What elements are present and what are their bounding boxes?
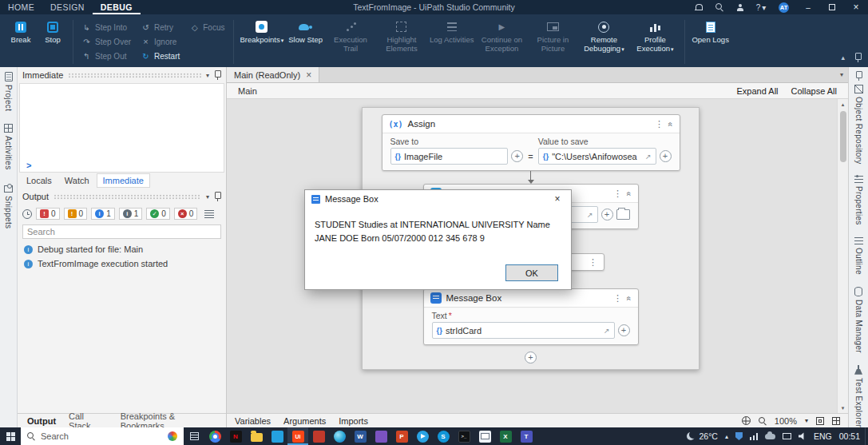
close-button[interactable]	[844, 0, 868, 14]
taskbar-app-powerpoint[interactable]	[391, 427, 412, 445]
break-button[interactable]: Break	[5, 18, 37, 46]
immediate-console[interactable]: >	[19, 83, 224, 173]
tab-output[interactable]: Output	[21, 416, 62, 426]
taskbar-app-store[interactable]	[308, 427, 329, 445]
drag-handle[interactable]	[54, 194, 201, 200]
collapse-activity-icon[interactable]	[624, 191, 633, 196]
activity-menu-icon[interactable]	[655, 119, 664, 129]
add-option-button[interactable]	[601, 209, 613, 221]
arguments-link[interactable]: Arguments	[283, 416, 326, 426]
security-shield-icon[interactable]	[735, 432, 743, 440]
taskbar-app-uipath[interactable]	[287, 427, 308, 445]
output-search-input[interactable]	[22, 224, 221, 239]
task-view-button[interactable]	[184, 427, 204, 445]
expand-editor-icon[interactable]	[645, 153, 652, 161]
sidebar-item-snippets[interactable]: Snippets	[4, 183, 13, 228]
workflow-canvas[interactable]: (x) Assign Save to	[227, 99, 848, 413]
minimize-button[interactable]	[796, 0, 820, 14]
canvas-scrollbar[interactable]	[837, 99, 848, 413]
stop-button[interactable]: Stop	[37, 18, 69, 46]
filter-failure[interactable]: 0	[174, 208, 198, 220]
breakpoints-button[interactable]: Breakpoints	[238, 18, 287, 46]
continue-on-exception-button[interactable]: Continue on Exception	[476, 18, 527, 54]
taskbar-app-terminal[interactable]	[454, 427, 474, 445]
assign-activity[interactable]: (x) Assign Save to	[382, 114, 680, 171]
overview-icon[interactable]	[832, 417, 840, 425]
hidden-icons-chevron[interactable]	[725, 433, 728, 440]
taskbar-app-edge[interactable]	[329, 427, 350, 445]
immediate-panel-header[interactable]: Immediate	[18, 67, 226, 83]
sidebar-item-object-repository[interactable]: Object Repository	[854, 85, 863, 165]
tab-main-readonly[interactable]: Main (ReadOnly)	[227, 67, 319, 82]
filter-errors[interactable]: 0	[36, 208, 60, 220]
taskbar-app-visual-studio[interactable]	[371, 427, 391, 445]
universal-search-button[interactable]	[709, 0, 730, 14]
taskbar-app-mail[interactable]	[474, 427, 495, 445]
network-icon[interactable]	[750, 433, 758, 440]
add-option-button[interactable]	[660, 150, 672, 162]
language-indicator[interactable]: ENG	[814, 431, 832, 441]
output-panel-header[interactable]: Output	[18, 189, 226, 205]
weather-widget[interactable]: 26°C	[687, 431, 717, 441]
taskbar-app-excel[interactable]	[495, 427, 516, 445]
sidebar-item-properties[interactable]: Properties	[854, 176, 863, 225]
filter-warnings[interactable]: 0	[64, 208, 88, 220]
add-option-button[interactable]	[511, 150, 523, 162]
announcements-button[interactable]	[688, 0, 709, 14]
close-tab-icon[interactable]	[306, 70, 311, 81]
profile-execution-button[interactable]: Profile Execution	[629, 18, 680, 54]
tab-immediate[interactable]: Immediate	[97, 173, 150, 188]
menu-home[interactable]: HOME	[0, 0, 42, 14]
restart-button[interactable]: Restart	[137, 49, 184, 63]
assign-activity-header[interactable]: (x) Assign	[382, 115, 680, 133]
scrollbar-thumb[interactable]	[840, 111, 846, 162]
globe-icon[interactable]	[742, 416, 751, 425]
log-activities-button[interactable]: Log Activities	[427, 18, 476, 46]
display-icon[interactable]	[783, 433, 791, 439]
activity-menu-icon[interactable]	[613, 293, 622, 304]
pin-icon[interactable]	[214, 192, 221, 201]
open-logs-button[interactable]: Open Logs	[689, 18, 731, 46]
focus-button[interactable]: Focus	[185, 20, 228, 34]
drag-handle[interactable]	[68, 73, 201, 78]
volume-icon[interactable]	[799, 432, 807, 440]
sidebar-item-outline[interactable]: Outline	[854, 237, 863, 275]
message-box-activity[interactable]: Message Box Text*	[423, 288, 639, 345]
highlight-elements-button[interactable]: Highlight Elements	[376, 18, 427, 54]
panel-menu-icon[interactable]	[206, 72, 209, 79]
ignore-button[interactable]: Ignore	[137, 34, 184, 49]
taskbar-app-netflix[interactable]	[225, 427, 246, 445]
pin-icon[interactable]	[855, 71, 862, 73]
message-text-input[interactable]: strIdCard	[432, 322, 615, 339]
slow-step-button[interactable]: Slow Step	[286, 18, 325, 46]
activity-menu-icon[interactable]	[613, 189, 622, 199]
menu-debug[interactable]: DEBUG	[93, 0, 141, 14]
taskbar-app-file-explorer[interactable]	[246, 427, 267, 445]
timestamps-toggle-icon[interactable]	[22, 209, 32, 219]
filter-trace[interactable]: 1	[119, 208, 143, 220]
zoom-dropdown-icon[interactable]	[805, 417, 808, 424]
maximize-button[interactable]	[820, 0, 844, 14]
breadcrumb[interactable]: Main	[238, 86, 257, 96]
browse-folder-icon[interactable]	[616, 209, 630, 220]
expand-editor-icon[interactable]	[587, 211, 593, 219]
retry-button[interactable]: Retry	[137, 20, 184, 34]
ok-button[interactable]: OK	[505, 264, 558, 281]
sidebar-item-test-explorer[interactable]: Test Explorer	[854, 365, 863, 427]
activity-menu-icon[interactable]	[589, 257, 597, 268]
collapse-all-link[interactable]: Collapse All	[791, 86, 837, 96]
filter-success[interactable]: 0	[146, 208, 170, 220]
variables-link[interactable]: Variables	[235, 416, 271, 426]
immediate-prompt[interactable]: >	[20, 159, 224, 172]
taskbar-search[interactable]	[21, 427, 184, 445]
expand-all-link[interactable]: Expand All	[737, 86, 779, 96]
tab-watch[interactable]: Watch	[59, 174, 95, 187]
step-over-button[interactable]: Step Over	[77, 34, 135, 49]
pin-ribbon-icon[interactable]	[854, 53, 862, 62]
sidebar-item-data-manager[interactable]: Data Manager	[854, 287, 863, 353]
clock[interactable]: 00:51	[839, 431, 860, 441]
taskbar-app-word[interactable]	[350, 427, 371, 445]
collapse-ribbon-icon[interactable]	[841, 54, 845, 62]
value-to-save-input[interactable]: "C:\Users\Anifowosea	[538, 148, 656, 165]
step-out-button[interactable]: Step Out	[77, 49, 135, 63]
